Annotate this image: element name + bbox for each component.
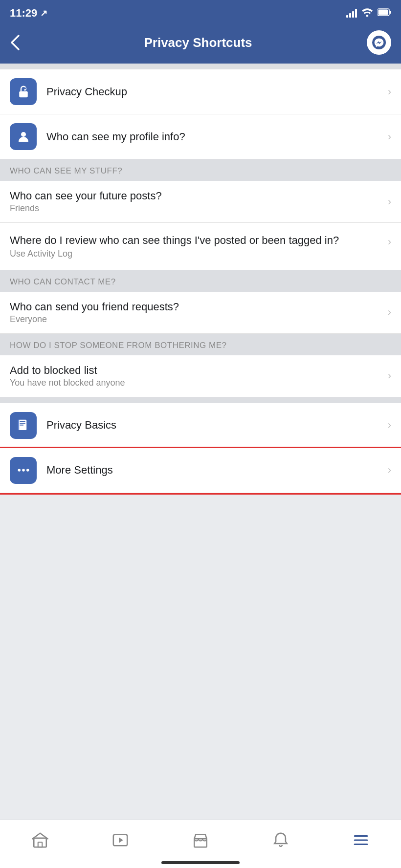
privacy-checkup-text: Privacy Checkup — [46, 86, 383, 98]
menu-icon — [353, 832, 369, 848]
chevron-icon: › — [388, 130, 391, 143]
chevron-icon: › — [388, 419, 391, 432]
svg-rect-9 — [20, 421, 25, 422]
blocked-list-item[interactable]: Add to blocked list You have not blocked… — [0, 355, 401, 397]
section-who-can-see-stuff: WHO CAN SEE MY STUFF? — [0, 159, 401, 181]
more-settings-icon-box — [10, 457, 37, 484]
friend-requests-item[interactable]: Who can send you friend requests? Everyo… — [0, 292, 401, 334]
chevron-icon: › — [388, 464, 391, 477]
more-settings-text: More Settings — [46, 464, 383, 477]
section-stop-bothering: HOW DO I STOP SOMEONE FROM BOTHERING ME? — [0, 334, 401, 355]
activity-log-text: Where do I review who can see things I'v… — [10, 234, 383, 259]
svg-rect-3 — [390, 11, 391, 14]
chevron-icon: › — [388, 306, 391, 319]
more-settings-item[interactable]: More Settings › — [0, 448, 401, 493]
svg-rect-10 — [20, 423, 25, 424]
status-icons — [346, 8, 391, 19]
svg-point-7 — [21, 132, 26, 137]
svg-rect-12 — [18, 420, 19, 430]
privacy-checkup-icon-box — [10, 78, 37, 105]
tab-menu[interactable] — [321, 832, 401, 848]
tab-home[interactable] — [0, 832, 80, 848]
svg-point-0 — [366, 15, 369, 17]
section-who-can-contact: WHO CAN CONTACT ME? — [0, 270, 401, 292]
profile-info-item[interactable]: Who can see my profile info? › — [0, 114, 401, 159]
privacy-basics-text: Privacy Basics — [46, 419, 383, 432]
back-button[interactable] — [10, 34, 29, 51]
status-time: 11:29 ↗ — [10, 7, 47, 20]
wifi-icon — [362, 8, 373, 19]
battery-icon — [378, 8, 391, 19]
svg-marker-19 — [119, 837, 123, 843]
book-icon — [16, 418, 31, 433]
blocked-list-text: Add to blocked list You have not blocked… — [10, 364, 383, 388]
activity-log-item[interactable]: Where do I review who can see things I'v… — [0, 223, 401, 270]
svg-rect-20 — [194, 839, 207, 847]
main-content: Privacy Checkup › Who can see my profile… — [0, 64, 401, 547]
bell-icon — [272, 832, 289, 848]
lock-icon — [16, 85, 31, 99]
svg-rect-5 — [19, 91, 28, 97]
svg-point-13 — [18, 469, 21, 472]
location-icon: ↗ — [40, 8, 47, 19]
messenger-button[interactable] — [367, 30, 391, 55]
separator-top — [0, 64, 401, 69]
svg-point-14 — [22, 469, 25, 472]
svg-rect-11 — [20, 425, 23, 426]
tab-notifications[interactable] — [241, 832, 321, 848]
home-indicator — [161, 861, 240, 864]
person-icon — [16, 130, 31, 144]
chevron-icon: › — [388, 369, 391, 382]
separator-bottom — [0, 397, 401, 403]
dots-icon — [16, 463, 31, 477]
privacy-basics-icon-box — [10, 412, 37, 439]
status-bar: 11:29 ↗ — [0, 0, 401, 24]
future-posts-text: Who can see your future posts? Friends — [10, 190, 383, 214]
profile-info-icon-box — [10, 123, 37, 150]
chevron-icon: › — [388, 236, 391, 248]
friend-requests-text: Who can send you friend requests? Everyo… — [10, 301, 383, 325]
privacy-checkup-item[interactable]: Privacy Checkup › — [0, 69, 401, 114]
profile-info-text: Who can see my profile info? — [46, 130, 383, 143]
nav-bar: Privacy Shortcuts — [0, 24, 401, 64]
page-title: Privacy Shortcuts — [144, 35, 252, 50]
svg-rect-2 — [379, 9, 388, 15]
chevron-icon: › — [388, 195, 391, 208]
chevron-icon: › — [388, 86, 391, 98]
future-posts-item[interactable]: Who can see your future posts? Friends › — [0, 181, 401, 223]
svg-point-15 — [26, 469, 29, 472]
tab-watch[interactable] — [80, 832, 160, 848]
tab-bar — [0, 819, 401, 868]
privacy-basics-item[interactable]: Privacy Basics › — [0, 403, 401, 448]
home-icon — [32, 832, 48, 848]
play-icon — [112, 832, 129, 848]
tab-marketplace[interactable] — [160, 832, 241, 848]
svg-rect-17 — [38, 842, 43, 847]
signal-bars — [346, 9, 357, 18]
store-icon — [192, 832, 209, 848]
svg-point-4 — [372, 36, 386, 49]
